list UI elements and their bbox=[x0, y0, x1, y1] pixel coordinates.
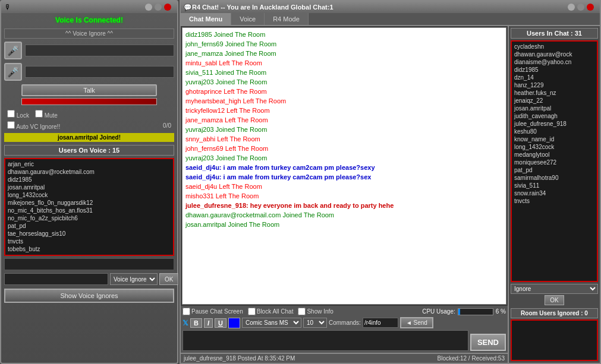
voice-users-list[interactable]: arjan_ericdhawan.gaurav@rocketmail.comdi… bbox=[4, 158, 174, 256]
left-panel-top-bar: 🎙 bbox=[1, 1, 177, 13]
user-list-item[interactable]: josan.amritpal bbox=[513, 105, 596, 112]
mic-area: 🎤 bbox=[4, 42, 174, 59]
chat-message: saeid_dj4u: i am male from turkey cam2ca… bbox=[185, 163, 503, 172]
minimize-btn-left[interactable] bbox=[145, 4, 152, 11]
commands-input[interactable] bbox=[363, 318, 398, 328]
tab-voice[interactable]: Voice bbox=[231, 13, 265, 25]
user-list-item[interactable]: julee_dufresne_918 bbox=[513, 120, 596, 128]
ignore-ok-button[interactable]: OK bbox=[545, 295, 564, 305]
user-list-item[interactable]: hanz_1229 bbox=[513, 81, 596, 89]
voice-user-item[interactable]: dhawan.gaurav@rocketmail.com bbox=[7, 168, 172, 176]
user-list-item[interactable]: long_1432cock bbox=[513, 143, 596, 151]
show-voice-ignores-button[interactable]: Show Voice Ignores bbox=[4, 289, 174, 303]
voice-ignore-label: ^^ Voice Ignore ^^ bbox=[4, 29, 174, 39]
right-panel: 💬 R4 Chat! -- You are In Auckland Global… bbox=[180, 0, 601, 364]
user-list-item[interactable]: medanglytool bbox=[513, 151, 596, 159]
voice-ignore-input[interactable] bbox=[4, 273, 108, 285]
show-info-checkbox[interactable] bbox=[298, 308, 306, 315]
tab-chat-menu[interactable]: Chat Menu bbox=[181, 13, 231, 25]
user-list-item[interactable]: samirmalhotra90 bbox=[513, 174, 596, 182]
pause-chat-checkbox[interactable] bbox=[182, 308, 190, 315]
ignore-dropdown[interactable]: Ignore bbox=[511, 284, 598, 294]
underline-button[interactable]: U bbox=[215, 318, 226, 328]
chat-messages[interactable]: didz1985 Joined The Roomjohn_ferns69 Joi… bbox=[182, 27, 506, 305]
chat-text-input[interactable] bbox=[182, 330, 468, 351]
users-list[interactable]: cycladeshndhawan.gaurav@rockdianaisme@ya… bbox=[511, 40, 598, 282]
cpu-percent: 6 % bbox=[496, 308, 506, 315]
voice-ok-button[interactable]: OK bbox=[159, 273, 178, 285]
font-select[interactable]: Comic Sans MS Arial bbox=[242, 318, 301, 328]
user-list-item[interactable]: pat_pd bbox=[513, 166, 596, 174]
user-list-item[interactable]: keshu80 bbox=[513, 128, 596, 135]
user-list-item[interactable]: snow.rain34 bbox=[513, 189, 596, 197]
voice-user-item[interactable]: didz1985 bbox=[7, 176, 172, 183]
user-list-item[interactable]: tnvcts bbox=[513, 197, 596, 205]
voice-user-item[interactable]: tobebs_butz bbox=[7, 245, 172, 253]
chat-message: yuvraj203 Joined The Room bbox=[185, 153, 503, 163]
voice-ignore-select[interactable]: Voice Ignore bbox=[110, 273, 158, 285]
show-info-label[interactable]: Show Info bbox=[298, 308, 333, 315]
voice-user-item[interactable]: no_mic_fo_a2z_spicbitch6 bbox=[7, 214, 172, 222]
lock-checkbox-label[interactable]: Lock bbox=[7, 110, 29, 119]
chat-message: josan.amritpal Joined The Room bbox=[185, 220, 503, 229]
user-list-item[interactable]: cycladeshn bbox=[513, 43, 596, 50]
voice-user-item[interactable]: josan.amritpal bbox=[7, 183, 172, 191]
send-button[interactable]: SEND bbox=[470, 334, 506, 351]
tab-r4mode[interactable]: R4 Mode bbox=[265, 13, 309, 25]
cpu-bar bbox=[458, 308, 493, 315]
auto-vc-checkbox[interactable] bbox=[7, 121, 15, 129]
mute-checkbox-label[interactable]: Mute bbox=[35, 110, 58, 119]
voice-user-item[interactable]: tae_horseslagg_sis10 bbox=[7, 230, 172, 238]
pause-chat-label[interactable]: Pause Chat Screen bbox=[182, 308, 243, 315]
block-all-chat-checkbox[interactable] bbox=[248, 308, 256, 315]
chat-message: jane_mamza Joined The Room bbox=[185, 49, 503, 58]
left-panel-icon: 🎙 bbox=[4, 3, 11, 11]
voice-user-item[interactable]: arjan_eric bbox=[7, 160, 172, 168]
close-btn-right[interactable] bbox=[587, 4, 594, 11]
chat-area: didz1985 Joined The Roomjohn_ferns69 Joi… bbox=[181, 26, 508, 363]
user-list-item[interactable]: didz1985 bbox=[513, 66, 596, 74]
main-container: 🎙 Voice Is Connected! ^^ Voice Ignore ^^… bbox=[0, 0, 601, 364]
voice-user-item[interactable]: no_mic_4_bitchs_hos_an.flos31 bbox=[7, 207, 172, 214]
close-btn-left[interactable] bbox=[164, 4, 171, 11]
chat-message: jane_mamza Left The Room bbox=[185, 115, 503, 125]
voice-user-item[interactable]: tnvcts bbox=[7, 238, 172, 245]
color-picker[interactable] bbox=[228, 318, 240, 328]
talk-button[interactable]: Talk bbox=[21, 84, 158, 96]
user-list-item[interactable]: know_name_id bbox=[513, 135, 596, 143]
voice-user-item[interactable]: pat_pd bbox=[7, 222, 172, 230]
user-list-item[interactable]: judith_cavenagh bbox=[513, 112, 596, 120]
auto-vc-label[interactable]: Auto VC Ignore!! bbox=[7, 121, 60, 130]
user-list-item[interactable]: dhawan.gaurav@rock bbox=[513, 50, 596, 58]
font-size-select[interactable]: 10 12 14 bbox=[303, 318, 327, 328]
block-all-chat-label[interactable]: Block All Chat bbox=[248, 308, 294, 315]
send-arrow-button[interactable]: ◄ Send bbox=[400, 317, 433, 328]
user-list-item[interactable]: moniquesee272 bbox=[513, 159, 596, 166]
maximize-btn-right[interactable] bbox=[577, 4, 584, 11]
mute-checkbox[interactable] bbox=[35, 110, 43, 118]
cpu-label: CPU Usage: bbox=[422, 308, 455, 315]
chat-message: yuvraj203 Joined The Room bbox=[185, 125, 503, 134]
chat-message: mintu_sabl Left The Room bbox=[185, 58, 503, 68]
user-list-item[interactable]: sivia_511 bbox=[513, 182, 596, 189]
minimize-btn-right[interactable] bbox=[568, 4, 575, 11]
user-list-item[interactable]: heather.fuks_nz bbox=[513, 89, 596, 97]
twitter-icon[interactable]: 𝕏 bbox=[182, 319, 188, 327]
room-ignored-list[interactable] bbox=[511, 319, 598, 361]
lock-checkbox[interactable] bbox=[7, 110, 15, 118]
voice-user-item[interactable]: mikejones_flo_0n_nuggarsdik12 bbox=[7, 199, 172, 207]
tabs-row: Chat Menu Voice R4 Mode bbox=[181, 13, 600, 26]
chat-input-area: SEND bbox=[182, 330, 506, 351]
maximize-btn-left[interactable] bbox=[155, 4, 162, 11]
bold-button[interactable]: B bbox=[190, 318, 202, 328]
voice-scroll-area bbox=[4, 258, 174, 270]
vc-counter: 0/0 bbox=[163, 122, 171, 129]
status-left: julee_dufresne_918 Posted At 8:35:42 PM bbox=[184, 355, 295, 362]
voice-user-item[interactable]: long_1432cock bbox=[7, 191, 172, 199]
user-list-item[interactable]: dzn_14 bbox=[513, 74, 596, 81]
user-list-item[interactable]: dianaisme@yahoo.cn bbox=[513, 58, 596, 66]
lock-label: Lock bbox=[17, 112, 29, 119]
italic-button[interactable]: I bbox=[204, 318, 213, 328]
user-list-item[interactable]: jenaiqz_22 bbox=[513, 97, 596, 105]
status-right: Blocked:12 / Received:53 bbox=[438, 355, 505, 362]
